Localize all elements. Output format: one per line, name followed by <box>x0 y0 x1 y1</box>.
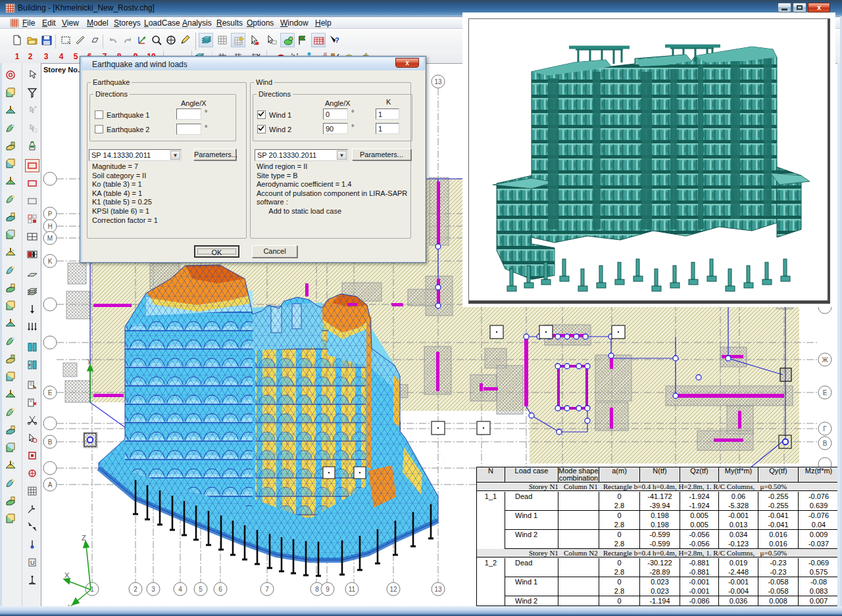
svg-text:8: 8 <box>315 586 319 593</box>
svg-text:?: ? <box>335 36 339 44</box>
svg-text:Г: Г <box>823 425 827 433</box>
svg-text:9: 9 <box>326 586 330 593</box>
svg-text:7: 7 <box>265 586 269 593</box>
svg-text:3: 3 <box>151 586 155 593</box>
svg-text:A: A <box>48 481 53 488</box>
svg-text:13: 13 <box>434 78 442 85</box>
svg-text:P: P <box>48 210 53 218</box>
svg-text:6: 6 <box>218 586 222 593</box>
svg-text:Ж: Ж <box>822 356 828 364</box>
svg-text:H: H <box>47 223 52 230</box>
svg-text:Z: Z <box>82 534 86 542</box>
svg-text:13: 13 <box>434 586 442 593</box>
svg-text:E: E <box>48 389 53 396</box>
svg-text:X: X <box>64 571 70 579</box>
svg-text:4: 4 <box>178 586 182 593</box>
svg-text:12: 12 <box>389 586 397 593</box>
svg-text:U: U <box>30 559 35 566</box>
svg-text:11: 11 <box>349 586 356 593</box>
svg-text:2: 2 <box>134 586 137 593</box>
svg-text:5: 5 <box>199 586 203 593</box>
svg-text:B: B <box>48 438 53 446</box>
svg-text:y: y <box>87 356 91 364</box>
svg-text:K: K <box>48 258 53 265</box>
svg-text:M: M <box>47 235 53 242</box>
svg-text:E: E <box>823 389 828 396</box>
svg-text:B: B <box>823 440 828 447</box>
